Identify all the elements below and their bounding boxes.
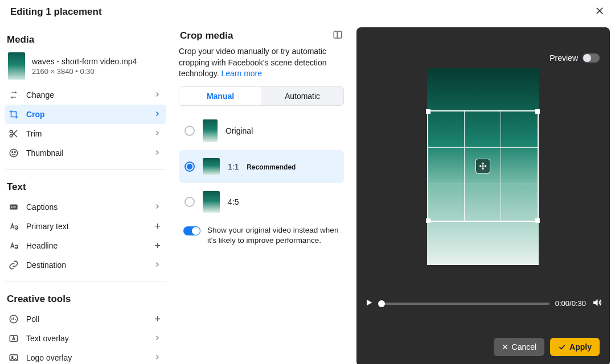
chevron-right-icon: [154, 148, 161, 158]
crop-handle[interactable]: [426, 218, 430, 223]
chevron-right-icon: [154, 260, 161, 270]
grid-line: [464, 111, 465, 221]
radio-unchecked-icon[interactable]: [184, 126, 195, 136]
media-section-title: Media: [5, 30, 166, 50]
manual-auto-segmented-control[interactable]: Manual Automatic: [179, 86, 344, 106]
row-label: Change: [26, 90, 54, 100]
media-file-row[interactable]: waves - short-form video.mp4 2160 × 3840…: [5, 50, 166, 85]
page-title: Editing 1 placement: [10, 6, 102, 18]
image-icon: [8, 352, 19, 363]
thumbnail-icon: [8, 147, 19, 159]
media-thumbnail: [8, 52, 25, 80]
sidebar-item-change[interactable]: Change: [5, 85, 166, 105]
crop-icon: [8, 109, 19, 120]
grid-line: [428, 147, 538, 148]
move-icon[interactable]: [475, 159, 490, 173]
crop-handle[interactable]: [535, 218, 540, 223]
option-label: 4:5: [228, 197, 239, 206]
svg-point-4: [10, 149, 18, 157]
learn-more-link[interactable]: Learn more: [221, 69, 262, 78]
row-label: Trim: [26, 129, 42, 138]
row-label: Crop: [26, 110, 45, 119]
row-label: Headline: [26, 241, 58, 250]
apply-label: Apply: [569, 342, 592, 351]
crop-option-1-1[interactable]: 1:1 Recommended: [179, 150, 344, 183]
text-icon: [8, 221, 19, 232]
radio-unchecked-icon[interactable]: [184, 197, 195, 207]
svg-point-6: [14, 152, 15, 153]
sidebar-item-thumbnail[interactable]: Thumbnail: [5, 143, 166, 163]
volume-icon[interactable]: [592, 297, 602, 309]
cancel-label: Cancel: [512, 342, 537, 351]
row-label: Thumbnail: [26, 148, 63, 158]
sidebar-item-headline[interactable]: Headline +: [5, 236, 166, 255]
timecode: 0:00/0:30: [555, 299, 586, 308]
row-label: Primary text: [26, 222, 69, 231]
text-overlay-icon: [8, 333, 19, 344]
row-label: Destination: [26, 260, 66, 270]
option-label: Original: [226, 126, 253, 135]
ratio-thumbnail: [203, 119, 218, 142]
scrubber[interactable]: [379, 303, 550, 305]
close-button[interactable]: [594, 6, 605, 18]
crop-media-title: Crop media: [180, 30, 233, 42]
svg-marker-15: [367, 300, 372, 306]
grid-line: [428, 184, 538, 184]
crop-option-4-5[interactable]: 4:5: [179, 185, 344, 218]
svg-text:CC: CC: [11, 205, 17, 209]
sidebar-item-primary-text[interactable]: Primary text +: [5, 217, 166, 236]
media-file-name: waves - short-form video.mp4: [32, 57, 137, 66]
sidebar-item-poll[interactable]: Poll +: [5, 309, 166, 329]
link-icon: [8, 259, 19, 271]
layout-icon[interactable]: [333, 30, 343, 42]
text-icon: [8, 240, 19, 251]
improve-performance-toggle[interactable]: [183, 226, 200, 235]
sidebar-item-crop[interactable]: Crop: [5, 105, 166, 124]
creative-tools-title: Creative tools: [5, 289, 166, 309]
sidebar-item-trim[interactable]: Trim: [5, 124, 166, 143]
row-label: Captions: [26, 202, 58, 212]
plus-icon: +: [154, 313, 161, 325]
ratio-thumbnail: [203, 191, 220, 213]
sidebar-item-logo-overlay[interactable]: Logo overlay: [5, 348, 166, 364]
sidebar-item-text-overlay[interactable]: Text overlay: [5, 329, 166, 348]
chevron-right-icon: [154, 202, 161, 212]
media-file-meta: 2160 × 3840 • 0:30: [32, 67, 137, 76]
radio-checked-icon[interactable]: [184, 162, 195, 172]
recommended-badge: Recommended: [247, 163, 296, 171]
chevron-right-icon: [154, 110, 161, 119]
ratio-thumbnail: [203, 158, 220, 175]
crop-handle[interactable]: [426, 109, 430, 114]
divider: [5, 169, 166, 170]
svg-point-5: [12, 152, 13, 153]
chevron-right-icon: [154, 334, 161, 343]
preview-panel: Preview 0:00/0:30: [356, 27, 610, 364]
chevron-right-icon: [154, 129, 161, 138]
captions-icon: CC: [8, 201, 19, 213]
crop-description: Crop your video manually or try automati…: [179, 42, 344, 86]
crop-handle[interactable]: [535, 109, 540, 114]
row-label: Logo overlay: [26, 353, 72, 362]
trim-icon: [8, 128, 19, 139]
text-section-title: Text: [5, 177, 166, 197]
plus-icon: +: [154, 240, 161, 252]
crop-overlay[interactable]: [427, 110, 539, 222]
svg-point-12: [12, 356, 13, 357]
row-label: Poll: [26, 315, 39, 324]
row-label: Text overlay: [26, 334, 69, 343]
apply-button[interactable]: Apply: [550, 338, 600, 356]
sidebar-item-destination[interactable]: Destination: [5, 255, 166, 275]
option-label: 1:1: [228, 162, 239, 171]
segment-automatic[interactable]: Automatic: [261, 87, 343, 105]
preview-label: Preview: [550, 53, 578, 63]
preview-toggle[interactable]: [583, 53, 600, 63]
grid-line: [501, 111, 501, 221]
sidebar-item-captions[interactable]: CC Captions: [5, 197, 166, 217]
segment-manual[interactable]: Manual: [179, 87, 261, 105]
play-button[interactable]: [364, 298, 374, 309]
plus-icon: +: [154, 221, 161, 233]
divider: [5, 282, 166, 282]
crop-option-original[interactable]: Original: [179, 114, 344, 148]
cancel-button[interactable]: Cancel: [494, 338, 545, 356]
swap-icon: [8, 89, 19, 101]
